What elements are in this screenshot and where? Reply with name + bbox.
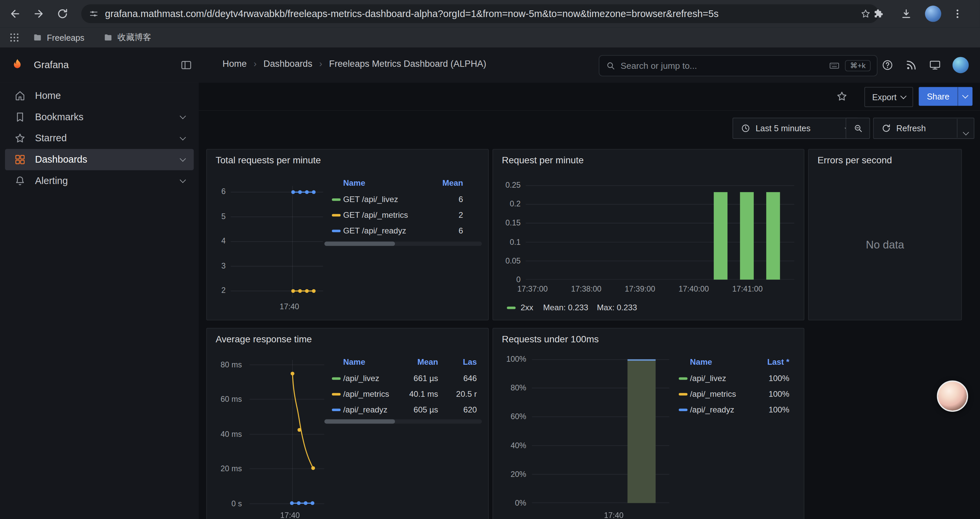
legend-col-name[interactable]: Name bbox=[343, 178, 365, 188]
sidebar-item-bookmarks[interactable]: Bookmarks bbox=[5, 107, 194, 128]
time-range-picker[interactable]: Last 5 minutes bbox=[732, 118, 858, 139]
chevron-down-icon[interactable] bbox=[180, 177, 186, 183]
panel-title[interactable]: Requests under 100ms bbox=[502, 334, 599, 344]
series-name[interactable]: GET /api/_readyz bbox=[343, 226, 406, 235]
back-icon[interactable] bbox=[9, 7, 21, 20]
y-tick: 80% bbox=[495, 384, 527, 393]
zoom-out-button[interactable] bbox=[846, 118, 870, 139]
legend-row: /api/_metrics 100% bbox=[675, 388, 804, 402]
series-last: 100% bbox=[768, 389, 789, 398]
legend-scrollbar[interactable] bbox=[324, 241, 482, 246]
series-mean: 605 µs bbox=[414, 405, 438, 414]
search-input[interactable]: Search or jump to... ⌘+k bbox=[599, 55, 878, 77]
rss-icon[interactable] bbox=[905, 59, 917, 71]
legend-row: /api/_livez 100% bbox=[675, 372, 804, 386]
scrollbar-thumb[interactable] bbox=[324, 419, 395, 423]
bookmark-label: Freeleaps bbox=[47, 33, 85, 42]
monitor-icon[interactable] bbox=[929, 59, 941, 71]
x-tick: 17:40:00 bbox=[670, 285, 717, 294]
dock-menu-icon[interactable] bbox=[180, 59, 192, 71]
line-chart bbox=[231, 186, 323, 297]
legend-scrollbar[interactable] bbox=[324, 419, 482, 423]
panel-title[interactable]: Average response time bbox=[215, 334, 312, 344]
extensions-icon[interactable] bbox=[873, 7, 885, 20]
sidebar-item-home[interactable]: Home bbox=[5, 85, 194, 107]
series-name[interactable]: /api/_readyz bbox=[343, 405, 388, 414]
user-avatar[interactable] bbox=[953, 57, 969, 73]
series-name[interactable]: /api/_metrics bbox=[343, 389, 389, 398]
bar-chart-plot[interactable] bbox=[532, 359, 670, 503]
series-name[interactable]: /api/_metrics bbox=[690, 389, 736, 398]
series-name[interactable]: GET /api/_livez bbox=[343, 195, 398, 204]
x-tick: 17:37:00 bbox=[509, 285, 556, 294]
legend-col-mean[interactable]: Mean bbox=[417, 357, 438, 367]
legend-col-name[interactable]: Name bbox=[690, 357, 712, 367]
grafana-logo-icon[interactable] bbox=[10, 57, 25, 72]
breadcrumb-dashboards[interactable]: Dashboards bbox=[264, 59, 312, 69]
url-bar[interactable]: grafana.mathmast.com/d/deytv4rwavabkb/fr… bbox=[81, 4, 879, 23]
sidebar-item-starred[interactable]: Starred bbox=[5, 128, 194, 149]
panel-title[interactable]: Total requests per minute bbox=[215, 155, 321, 165]
y-tick: 20 ms bbox=[207, 464, 242, 473]
x-tick: 17:40 bbox=[270, 302, 308, 311]
series-color-dash bbox=[332, 230, 340, 232]
favorite-star-icon[interactable] bbox=[835, 90, 848, 102]
zoom-out-icon bbox=[853, 123, 863, 133]
forward-icon[interactable] bbox=[32, 7, 45, 20]
browser-profile-avatar[interactable] bbox=[925, 6, 941, 22]
legend-col-name[interactable]: Name bbox=[343, 357, 365, 367]
share-menu-button[interactable] bbox=[958, 87, 972, 105]
browser-menu-icon[interactable] bbox=[951, 7, 964, 20]
y-tick: 40% bbox=[495, 441, 527, 450]
series-name[interactable]: /api/_livez bbox=[690, 374, 726, 383]
legend-col-mean[interactable]: Mean bbox=[442, 178, 463, 188]
share-button-group: Share bbox=[919, 87, 972, 105]
bookmark-item-freeleaps[interactable]: Freeleaps bbox=[32, 32, 84, 42]
help-icon[interactable] bbox=[881, 59, 894, 71]
share-button[interactable]: Share bbox=[919, 87, 957, 105]
chevron-down-icon[interactable] bbox=[180, 156, 186, 162]
refresh-icon[interactable] bbox=[881, 123, 891, 133]
scrollbar-thumb[interactable] bbox=[324, 241, 395, 246]
chevron-down-icon[interactable] bbox=[180, 113, 186, 119]
series-color-dash bbox=[332, 214, 340, 216]
legend-row: /api/_readyz 605 µs 620 bbox=[324, 404, 482, 417]
export-button[interactable]: Export bbox=[864, 87, 913, 107]
assistant-avatar[interactable] bbox=[937, 380, 968, 412]
series-name[interactable]: /api/_livez bbox=[343, 374, 379, 383]
series-name[interactable]: GET /api/_metrics bbox=[343, 211, 408, 220]
series-color-dash bbox=[332, 393, 340, 395]
bar-chart-plot[interactable] bbox=[526, 185, 795, 280]
chevron-down-icon[interactable] bbox=[180, 134, 186, 141]
panel-title[interactable]: Request per minute bbox=[502, 155, 584, 165]
bookmark-star-icon[interactable] bbox=[860, 8, 871, 19]
site-settings-icon[interactable] bbox=[89, 9, 99, 19]
panel-title[interactable]: Errors per second bbox=[818, 155, 892, 165]
sidebar-item-alerting[interactable]: Alerting bbox=[5, 170, 194, 192]
y-tick: 60% bbox=[495, 412, 527, 421]
refresh-label[interactable]: Refresh bbox=[896, 124, 926, 133]
downloads-icon[interactable] bbox=[900, 7, 912, 20]
breadcrumb-home[interactable]: Home bbox=[223, 59, 247, 69]
bar-chart bbox=[532, 359, 670, 503]
apps-grid-icon[interactable] bbox=[9, 32, 20, 43]
reload-icon[interactable] bbox=[56, 7, 69, 20]
x-tick: 17:39:00 bbox=[617, 285, 663, 294]
x-tick: 17:38:00 bbox=[563, 285, 609, 294]
dashboard-subheader: Export Share bbox=[199, 83, 980, 110]
refresh-interval-button[interactable] bbox=[958, 122, 974, 134]
legend-col-last[interactable]: Las bbox=[463, 357, 477, 367]
line-chart-plot[interactable] bbox=[231, 186, 323, 297]
legend-table: Name Last * /api/_livez 100% /api/_metri… bbox=[675, 356, 804, 425]
series-last: 646 bbox=[463, 374, 477, 383]
bookmark-item-blogs[interactable]: 收藏博客 bbox=[103, 32, 151, 43]
screen: grafana.mathmast.com/d/deytv4rwavabkb/fr… bbox=[0, 0, 980, 519]
series-name[interactable]: /api/_readyz bbox=[690, 405, 735, 414]
share-label: Share bbox=[927, 91, 950, 101]
series-color-dash bbox=[332, 198, 340, 201]
legend-col-last[interactable]: Last * bbox=[767, 357, 789, 367]
sidebar-item-dashboards[interactable]: Dashboards bbox=[5, 149, 194, 170]
line-chart-plot[interactable] bbox=[250, 360, 325, 507]
brand-title: Grafana bbox=[34, 59, 69, 71]
series-name[interactable]: 2xx bbox=[521, 303, 533, 312]
